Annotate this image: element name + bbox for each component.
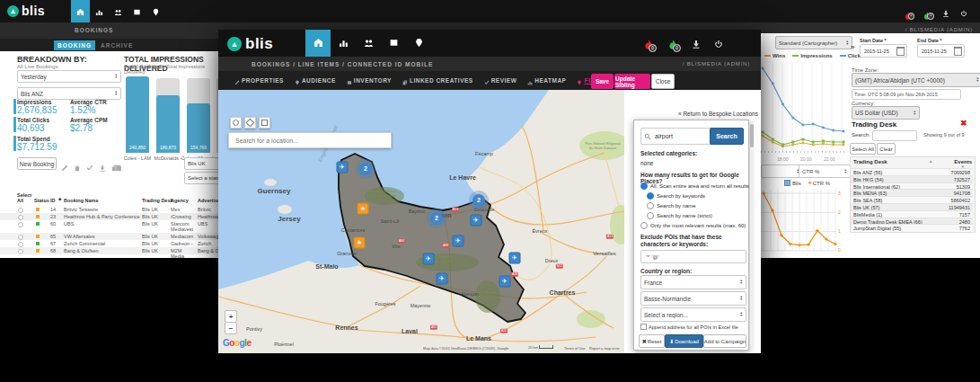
download-icon[interactable] — [942, 4, 949, 21]
table-row[interactable]: 68Bang & OlufsenBlis UKM2M MediaBang & O… — [0, 247, 218, 254]
nav-audiences[interactable] — [109, 0, 128, 22]
scrollbar-thumb[interactable] — [750, 124, 754, 147]
option-row[interactable]: Search by name (strict) — [647, 212, 712, 219]
end-date-input[interactable] — [917, 44, 965, 58]
calendar-icon[interactable] — [896, 47, 905, 56]
radio-icon[interactable] — [647, 202, 654, 209]
clear-button[interactable]: Clear — [877, 143, 896, 155]
airport-marker[interactable]: ✈ — [471, 215, 482, 227]
tab-inventory[interactable]: INVENTORY — [347, 71, 392, 90]
append-checkbox[interactable] — [640, 324, 647, 330]
desk-search-input[interactable] — [872, 130, 917, 141]
nav-analytics[interactable] — [90, 0, 109, 22]
exclude-input[interactable] — [644, 253, 743, 261]
legend-item[interactable]: Impressions — [792, 53, 832, 58]
nav-analytics[interactable] — [331, 30, 356, 57]
table-row[interactable]: 23Heathrow Hub & Party ConferenceBlis UK… — [0, 213, 218, 220]
poi-star-marker[interactable]: ★ — [354, 237, 366, 249]
download-icon[interactable] — [692, 36, 701, 52]
metric-select[interactable]: CTR % ▲▼ — [799, 164, 851, 178]
desk-row[interactable]: JumpStart Digital (55)7762 — [851, 224, 973, 232]
close-x-icon[interactable]: ✖ — [960, 119, 967, 128]
add-to-campaign-button[interactable]: Add to Campaign — [703, 334, 746, 348]
rectangle-tool-icon[interactable] — [259, 117, 270, 129]
report-error-link[interactable]: Report a map error — [589, 346, 620, 351]
nav-creatives[interactable] — [128, 0, 146, 22]
check-icon[interactable] — [86, 159, 93, 175]
timezone-select[interactable]: (GMT) Africa/Abidjan (UTC +0000) ▲▼ — [852, 73, 980, 87]
col-desk[interactable]: Trading Desk — [142, 198, 173, 203]
update-sibling-button[interactable]: Update Sibling — [614, 74, 650, 89]
sort-icon[interactable]: ◆ — [58, 197, 61, 201]
table-row[interactable]: 14Britvic TeisseireBlis UKMexBritvic — [0, 206, 218, 213]
zoom-in-button[interactable]: + — [225, 310, 237, 323]
map-canvas[interactable]: A13A84A88A28A11A81A13N12 GuernseyJerseyE… — [218, 90, 624, 353]
col-agency[interactable]: Agency — [171, 198, 189, 203]
power-icon[interactable] — [960, 4, 967, 21]
tab-booking[interactable]: BOOKING — [54, 40, 95, 50]
poi-star-marker[interactable]: ★ — [358, 203, 369, 215]
radio-checked-icon[interactable] — [640, 182, 648, 190]
table-row[interactable]: 60UBSBlis UKStarcom Mediavest GroupUBS — [0, 220, 218, 233]
legend-item[interactable]: +CTR % — [808, 180, 830, 186]
pencil-icon[interactable] — [61, 159, 68, 175]
append-row[interactable]: Append address for all POIs in Excel fil… — [640, 324, 738, 330]
legend-item[interactable]: Wins — [764, 53, 785, 58]
airport-marker[interactable]: ✈ — [453, 235, 464, 247]
airport-marker[interactable]: ✈ — [509, 253, 521, 264]
cluster-marker[interactable]: 2 — [430, 212, 443, 225]
tab-audience[interactable]: AUDIENCE — [295, 71, 336, 90]
desk-col-name[interactable]: Trading Desk — [853, 159, 887, 164]
tab-heatmap[interactable]: HEATMAP — [527, 71, 566, 90]
status-filter-select[interactable]: Select a status ▲▼ — [184, 172, 218, 184]
poi-search-button[interactable]: Search — [710, 128, 744, 145]
currency-select[interactable]: US Dollar (USD) ▲▼ — [852, 106, 920, 120]
region-select-1[interactable]: Basse-Normandie▲▼ — [640, 291, 746, 306]
radio-icon[interactable] — [647, 212, 654, 219]
bar[interactable]: 154,769 — [187, 103, 210, 153]
col-name[interactable]: Booking Name — [64, 198, 99, 203]
nav-home[interactable] — [71, 0, 90, 22]
nav-locations[interactable] — [406, 30, 431, 57]
col-status[interactable]: Status — [34, 198, 49, 203]
zoom-out-button[interactable]: − — [225, 322, 237, 334]
exclude-input-box[interactable] — [640, 250, 746, 263]
flame-green-icon[interactable]: 0 — [923, 7, 931, 17]
map-search-box[interactable] — [228, 132, 392, 148]
cluster-marker[interactable]: 2 — [472, 194, 485, 207]
polygon-tool-icon[interactable] — [244, 117, 256, 129]
table-row[interactable]: 65VW AftersalesBlis UKMediacomVolkswagen — [0, 233, 218, 240]
calendar-icon[interactable] — [954, 47, 962, 56]
nav-home[interactable] — [305, 30, 331, 57]
clipboard-icon[interactable] — [115, 159, 122, 175]
col-id[interactable]: ID — [50, 198, 56, 203]
region-select-2[interactable]: Select a region...▲▼ — [640, 307, 746, 322]
tab-properties[interactable]: PROPERTIES — [234, 71, 284, 90]
poi-search-box[interactable] — [640, 128, 714, 145]
flame-red-icon[interactable]: 0 — [643, 38, 654, 50]
select-all-button[interactable]: Select All — [850, 143, 876, 155]
bar[interactable]: 240,850 — [126, 76, 149, 153]
col-advertiser[interactable]: Advertiser — [198, 198, 218, 203]
power-icon[interactable] — [714, 36, 723, 52]
cluster-marker[interactable]: 2 — [359, 163, 372, 175]
start-date-value[interactable] — [862, 48, 896, 55]
radio-checked-icon[interactable] — [647, 192, 654, 200]
nav-creatives[interactable] — [381, 30, 406, 57]
tab-review[interactable]: REVIEW — [484, 71, 517, 90]
row-checkbox[interactable] — [18, 249, 23, 254]
option-row[interactable]: Search by name — [647, 202, 696, 209]
radio-icon[interactable] — [640, 222, 648, 229]
panel-scrollbar[interactable] — [750, 121, 754, 346]
airport-marker[interactable]: ✈ — [337, 162, 349, 173]
tab-linked-creatives[interactable]: LINKED CREATIVES — [402, 71, 473, 90]
map-style-select[interactable]: Standard (Cartographer) ▲▼ — [775, 36, 852, 49]
tab-archive[interactable]: ARCHIVE — [101, 42, 133, 49]
close-button[interactable]: Close — [651, 74, 675, 89]
start-date-input[interactable] — [860, 44, 907, 58]
bar[interactable]: 180,873 — [156, 95, 180, 153]
airport-marker[interactable]: ✈ — [423, 253, 435, 265]
reset-button[interactable]: ✖ Reset — [639, 334, 665, 348]
region-select-0[interactable]: France▲▼ — [640, 275, 746, 289]
pan-tool-icon[interactable] — [230, 117, 242, 129]
